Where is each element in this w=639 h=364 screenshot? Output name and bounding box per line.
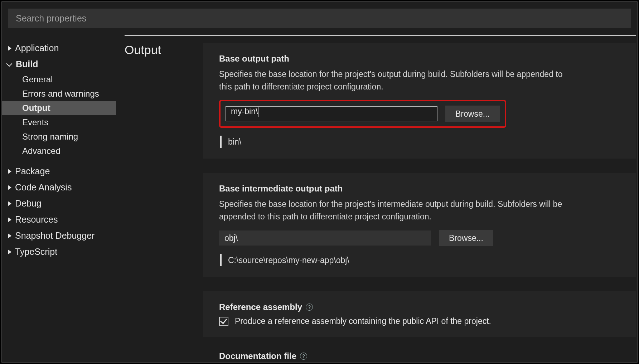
settings-panels: Base output path Specifies the base loca… — [203, 43, 636, 362]
sidebar-item-label: Code Analysis — [15, 182, 72, 193]
sidebar-item-label: Build — [16, 59, 38, 69]
content-area: Output Base output path Specifies the ba… — [125, 35, 636, 362]
label-text: Documentation file — [219, 351, 296, 361]
search-properties-input[interactable]: Search properties — [8, 9, 631, 28]
base-output-path-input[interactable]: my-bin\ — [226, 106, 437, 121]
base-output-path-label: Base output path — [219, 54, 620, 64]
base-output-path-panel: Base output path Specifies the base loca… — [203, 43, 636, 159]
sidebar-item-label: Application — [15, 43, 59, 53]
sidebar-item-label: General — [22, 74, 53, 84]
sidebar-item-label: Snapshot Debugger — [15, 230, 95, 241]
sidebar-item-resources[interactable]: Resources — [2, 212, 125, 228]
label-text: Reference assembly — [219, 302, 302, 312]
chevron-right-icon — [8, 201, 11, 206]
sidebar-item-label: Debug — [15, 198, 42, 209]
sidebar-item-package[interactable]: Package — [2, 163, 125, 179]
reference-assembly-label: Reference assembly ? — [219, 302, 620, 312]
sidebar-item-label: Errors and warnings — [22, 89, 99, 99]
base-intermediate-path-input[interactable] — [219, 230, 431, 246]
intermediate-input-row: Browse... — [219, 230, 620, 246]
sidebar-item-events[interactable]: Events — [2, 115, 125, 130]
sidebar-item-strong-naming[interactable]: Strong naming — [2, 130, 125, 144]
sidebar-item-application[interactable]: Application — [2, 40, 125, 56]
indicator-bar — [220, 136, 222, 148]
indicator-bar — [220, 254, 222, 266]
sidebar-item-label: Events — [22, 117, 48, 127]
intermediate-resolved-row: C:\source\repos\my-new-app\obj\ — [219, 254, 620, 266]
base-output-resolved: bin\ — [228, 137, 241, 147]
chevron-right-icon — [8, 217, 11, 222]
sidebar-item-typescript[interactable]: TypeScript — [2, 244, 125, 260]
browse-intermediate-button[interactable]: Browse... — [439, 230, 493, 246]
base-intermediate-path-label: Base intermediate output path — [219, 184, 620, 194]
sidebar-item-label: TypeScript — [15, 247, 57, 257]
text-caret — [258, 107, 258, 117]
documentation-file-label: Documentation file ? — [219, 351, 620, 361]
base-intermediate-path-desc: Specifies the base location for the proj… — [219, 198, 577, 223]
sidebar-item-label: Output — [22, 103, 50, 113]
sidebar-item-build[interactable]: Build — [2, 56, 125, 72]
reference-assembly-panel: Reference assembly ? Produce a reference… — [203, 291, 636, 337]
sidebar-item-label: Package — [15, 166, 50, 176]
intermediate-resolved: C:\source\repos\my-new-app\obj\ — [228, 256, 349, 265]
base-intermediate-path-panel: Base intermediate output path Specifies … — [203, 173, 636, 277]
sidebar-item-errors-warnings[interactable]: Errors and warnings — [2, 87, 125, 101]
sidebar-item-general[interactable]: General — [2, 72, 125, 87]
reference-assembly-checkbox[interactable] — [219, 317, 228, 326]
sidebar-item-debug[interactable]: Debug — [2, 195, 125, 212]
help-icon[interactable]: ? — [306, 304, 313, 311]
sidebar-item-code-analysis[interactable]: Code Analysis — [2, 179, 125, 195]
help-icon[interactable]: ? — [300, 353, 307, 360]
documentation-file-section: Documentation file ? Generate a file con… — [203, 351, 636, 364]
chevron-right-icon — [8, 169, 11, 174]
sidebar-item-label: Resources — [15, 214, 58, 225]
chevron-right-icon — [8, 185, 11, 190]
reference-assembly-checkbox-row: Produce a reference assembly containing … — [219, 316, 620, 326]
chevron-right-icon — [8, 46, 11, 51]
page-title: Output — [125, 43, 203, 362]
highlighted-region: my-bin\ Browse... — [219, 100, 506, 128]
chevron-right-icon — [8, 233, 11, 238]
sidebar-item-label: Advanced — [22, 146, 60, 156]
sidebar-item-label: Strong naming — [22, 132, 78, 142]
base-output-resolved-row: bin\ — [219, 136, 620, 148]
input-value: my-bin\ — [231, 107, 258, 116]
sidebar-nav: Application Build General Errors and war… — [2, 35, 125, 362]
sidebar-item-output[interactable]: Output — [2, 101, 116, 115]
sidebar-item-advanced[interactable]: Advanced — [2, 144, 125, 158]
chevron-right-icon — [8, 249, 11, 254]
base-output-path-desc: Specifies the base location for the proj… — [219, 68, 577, 93]
chevron-down-icon — [6, 60, 12, 67]
body: Application Build General Errors and war… — [2, 35, 637, 362]
checkbox-label: Produce a reference assembly containing … — [235, 316, 491, 326]
properties-window: Search properties Application Build Gene… — [1, 1, 638, 363]
browse-base-output-button[interactable]: Browse... — [445, 106, 500, 122]
sidebar-item-snapshot-debugger[interactable]: Snapshot Debugger — [2, 228, 125, 244]
